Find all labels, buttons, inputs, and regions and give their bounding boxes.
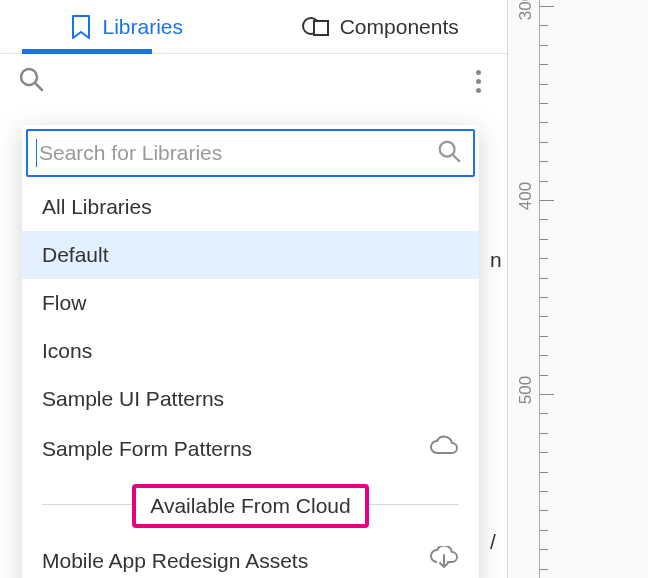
list-item[interactable]: Default	[22, 231, 479, 279]
section-header-label: Available From Cloud	[132, 484, 368, 528]
ruler-label: 500	[516, 376, 536, 404]
list-item[interactable]: Flow	[22, 279, 479, 327]
section-header-cloud: Available From Cloud	[22, 474, 479, 534]
tab-libraries[interactable]: Libraries	[0, 0, 254, 53]
list-item[interactable]: Icons	[22, 327, 479, 375]
list-item[interactable]: Mobile App Redesign Assets	[22, 534, 479, 578]
background-text-fragment: /	[490, 530, 496, 554]
list-item[interactable]: Sample Form Patterns	[22, 423, 479, 474]
list-item-label: Sample UI Patterns	[42, 387, 224, 411]
ruler-label: 300	[516, 0, 536, 20]
tab-libraries-label: Libraries	[102, 15, 183, 39]
list-item[interactable]: All Libraries	[22, 183, 479, 231]
libraries-panel: Libraries Components n /	[0, 0, 508, 578]
list-item-label: Icons	[42, 339, 92, 363]
shapes-icon	[302, 15, 330, 39]
canvas-ruler: 300 400 500	[509, 0, 648, 578]
search-icon[interactable]	[437, 139, 461, 167]
bookmark-icon	[70, 14, 92, 40]
tab-components-label: Components	[340, 15, 459, 39]
list-item[interactable]: Sample UI Patterns	[22, 375, 479, 423]
svg-rect-1	[314, 21, 328, 35]
svg-line-5	[453, 155, 459, 161]
search-icon[interactable]	[18, 66, 44, 96]
list-item-label: All Libraries	[42, 195, 152, 219]
ruler-label: 400	[516, 182, 536, 210]
list-item-label: Default	[42, 243, 109, 267]
tab-components[interactable]: Components	[254, 0, 508, 53]
text-cursor	[36, 139, 37, 167]
library-search-input[interactable]	[39, 141, 437, 165]
more-icon[interactable]	[476, 70, 481, 93]
library-list: All Libraries Default Flow Icons Sample …	[22, 183, 479, 578]
list-item-label: Mobile App Redesign Assets	[42, 549, 308, 573]
list-item-label: Sample Form Patterns	[42, 437, 252, 461]
cloud-download-icon[interactable]	[429, 546, 459, 575]
cloud-icon	[429, 435, 459, 462]
svg-line-3	[35, 83, 42, 90]
library-dropdown: All Libraries Default Flow Icons Sample …	[22, 125, 479, 578]
library-search-row[interactable]	[26, 129, 475, 177]
tabs: Libraries Components	[0, 0, 507, 54]
background-text-fragment: n	[490, 248, 502, 272]
list-item-label: Flow	[42, 291, 86, 315]
panel-toolbar	[0, 54, 507, 108]
